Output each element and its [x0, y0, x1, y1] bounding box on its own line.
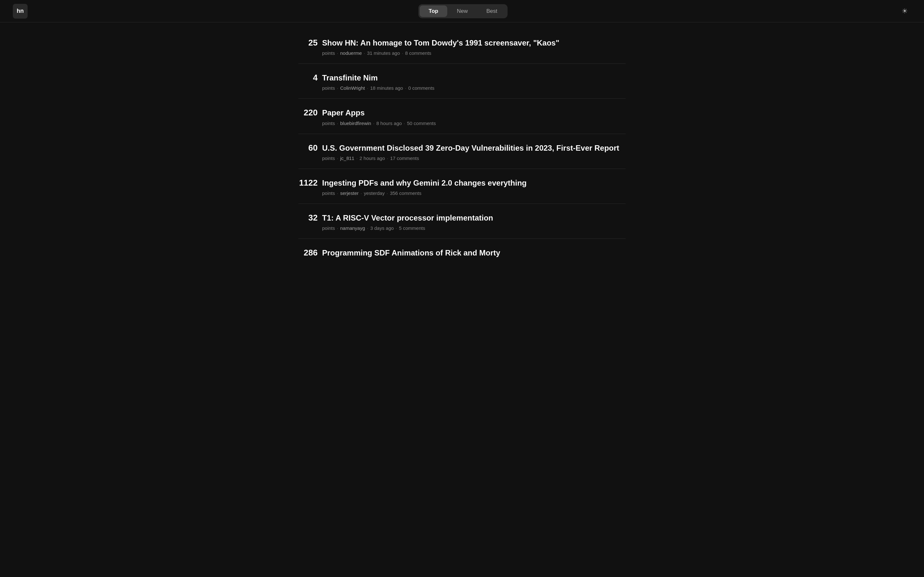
- story-score: 25: [298, 38, 318, 48]
- story-comments[interactable]: 8 comments: [405, 50, 431, 56]
- story-title[interactable]: Ingesting PDFs and why Gemini 2.0 change…: [322, 178, 527, 188]
- tab-top[interactable]: Top: [420, 5, 447, 17]
- story-score: 32: [298, 213, 318, 223]
- story-meta: points·ColinWright·18 minutes ago·0 comm…: [298, 85, 626, 91]
- points-label: points: [322, 85, 335, 91]
- story-item: 25Show HN: An homage to Tom Dowdy's 1991…: [298, 29, 626, 64]
- story-time: 31 minutes ago: [367, 50, 400, 56]
- dot-separator: ·: [367, 226, 368, 231]
- story-time: 3 days ago: [370, 226, 394, 231]
- story-comments[interactable]: 0 comments: [408, 85, 435, 91]
- dot-separator: ·: [356, 155, 357, 161]
- story-time: 8 hours ago: [376, 121, 402, 126]
- story-title[interactable]: Paper Apps: [322, 108, 365, 118]
- story-author[interactable]: jc_811: [340, 155, 354, 161]
- story-meta: points·jc_811·2 hours ago·17 comments: [298, 155, 626, 161]
- points-label: points: [322, 190, 335, 196]
- tab-best[interactable]: Best: [477, 5, 506, 17]
- dot-separator: ·: [402, 50, 403, 56]
- dot-separator: ·: [337, 190, 338, 196]
- story-item: 60U.S. Government Disclosed 39 Zero-Day …: [298, 134, 626, 169]
- dot-separator: ·: [396, 226, 397, 231]
- story-score: 286: [298, 248, 318, 258]
- story-score: 220: [298, 108, 318, 118]
- dot-separator: ·: [337, 226, 338, 231]
- points-label: points: [322, 226, 335, 231]
- story-meta: points·serjester·yesterday·356 comments: [298, 190, 626, 196]
- story-comments[interactable]: 17 comments: [390, 155, 419, 161]
- story-score: 4: [298, 73, 318, 83]
- story-item: 32T1: A RISC-V Vector processor implemen…: [298, 204, 626, 239]
- story-author[interactable]: serjester: [340, 190, 359, 196]
- story-meta: points·namanyayg·3 days ago·5 comments: [298, 226, 626, 231]
- dot-separator: ·: [337, 50, 338, 56]
- story-score: 1122: [298, 178, 318, 188]
- dot-separator: ·: [405, 85, 406, 91]
- dot-separator: ·: [387, 155, 388, 161]
- app-header: hn Top New Best ☀: [0, 0, 924, 23]
- story-author[interactable]: noduerme: [340, 50, 362, 56]
- story-comments[interactable]: 50 comments: [407, 121, 436, 126]
- story-item: 1122Ingesting PDFs and why Gemini 2.0 ch…: [298, 169, 626, 204]
- dot-separator: ·: [364, 50, 365, 56]
- story-author[interactable]: namanyayg: [340, 226, 365, 231]
- dot-separator: ·: [387, 190, 388, 196]
- story-comments[interactable]: 5 comments: [399, 226, 425, 231]
- logo[interactable]: hn: [13, 4, 27, 19]
- dot-separator: ·: [337, 85, 338, 91]
- points-label: points: [322, 121, 335, 126]
- story-item: 220Paper Appspoints·bluebirdfirewin·8 ho…: [298, 99, 626, 134]
- story-author[interactable]: bluebirdfirewin: [340, 121, 371, 126]
- story-author[interactable]: ColinWright: [340, 85, 365, 91]
- story-item: 4Transfinite Nimpoints·ColinWright·18 mi…: [298, 64, 626, 99]
- dot-separator: ·: [360, 190, 362, 196]
- tab-new[interactable]: New: [448, 5, 477, 17]
- story-comments[interactable]: 356 comments: [390, 190, 421, 196]
- story-score: 60: [298, 143, 318, 153]
- theme-toggle-button[interactable]: ☀: [898, 5, 911, 18]
- story-item: 286Programming SDF Animations of Rick an…: [298, 239, 626, 268]
- dot-separator: ·: [367, 85, 368, 91]
- dot-separator: ·: [337, 155, 338, 161]
- dot-separator: ·: [373, 121, 375, 126]
- story-time: 2 hours ago: [360, 155, 385, 161]
- dot-separator: ·: [404, 121, 405, 126]
- story-title[interactable]: Transfinite Nim: [322, 73, 378, 83]
- story-title[interactable]: T1: A RISC-V Vector processor implementa…: [322, 213, 493, 223]
- points-label: points: [322, 50, 335, 56]
- story-title[interactable]: U.S. Government Disclosed 39 Zero-Day Vu…: [322, 143, 619, 153]
- story-time: 18 minutes ago: [370, 85, 403, 91]
- stories-list: 25Show HN: An homage to Tom Dowdy's 1991…: [286, 23, 638, 274]
- story-meta: points·bluebirdfirewin·8 hours ago·50 co…: [298, 121, 626, 126]
- story-time: yesterday: [364, 190, 384, 196]
- points-label: points: [322, 155, 335, 161]
- story-title[interactable]: Show HN: An homage to Tom Dowdy's 1991 s…: [322, 38, 559, 48]
- nav-tabs: Top New Best: [418, 4, 507, 18]
- story-title[interactable]: Programming SDF Animations of Rick and M…: [322, 248, 500, 258]
- dot-separator: ·: [337, 121, 338, 126]
- story-meta: points·noduerme·31 minutes ago·8 comment…: [298, 50, 626, 56]
